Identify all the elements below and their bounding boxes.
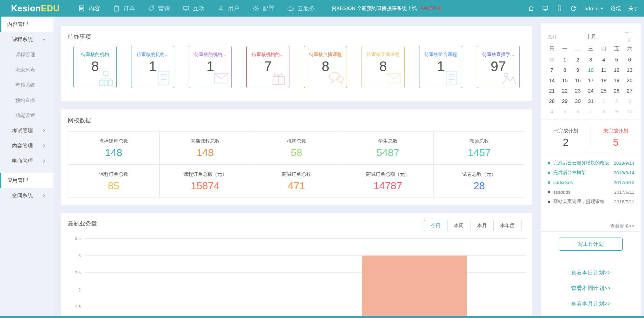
calendar-day[interactable]: 8 [558, 65, 572, 75]
calendar-day[interactable]: 6 [623, 54, 636, 65]
calendar-day[interactable]: 7 [584, 106, 597, 116]
sidebar-item-class-list[interactable]: 班级列表 [0, 62, 53, 77]
calendar-day[interactable]: 3 [623, 96, 636, 106]
stat-label: 学生总数 [342, 138, 433, 144]
calendar-day[interactable]: 30 [571, 96, 584, 106]
task-item[interactable]: sssddds 2017/6/11 [541, 187, 641, 197]
sidebar-group-space-system[interactable]: 空间系统 [0, 188, 53, 203]
todo-card-1[interactable]: 待审核的机构... 1 [131, 46, 174, 88]
todo-card-4[interactable]: 待审核点播课程 8 [304, 46, 347, 88]
calendar-day[interactable]: 28 [545, 96, 558, 106]
phone-icon[interactable] [556, 5, 563, 12]
calendar-day[interactable]: 30 [545, 54, 558, 65]
task-item[interactable]: 完成后台主框架 2018/9/14 [541, 168, 641, 177]
nav-users[interactable]: 用户 [217, 4, 239, 12]
todo-card-2[interactable]: 待审核的机构... 1 [189, 46, 232, 88]
sidebar-group-ecommerce-mgmt[interactable]: 电商管理 [0, 153, 53, 168]
view-today-plan-link[interactable]: 查看本日计划>> [541, 269, 641, 278]
divider [0, 168, 53, 173]
calendar-day[interactable]: 7 [545, 65, 558, 75]
calendar-day[interactable]: 25 [597, 85, 610, 96]
calendar-day[interactable]: 22 [558, 85, 572, 96]
calendar-day-today[interactable]: 10 [584, 65, 597, 75]
range-tab-3[interactable]: 本年度 [493, 220, 522, 231]
chart-bar[interactable] [362, 256, 467, 316]
calendar-day[interactable]: 2 [571, 54, 584, 65]
sidebar-group-course-system[interactable]: 课程系统 [0, 32, 53, 47]
task-item[interactable]: 网站首页管理，提现审核 2016/7/11 [541, 197, 641, 206]
app-logo[interactable]: KesionEDU [11, 3, 75, 13]
calendar-day[interactable]: 10 [623, 106, 636, 116]
calendar-day[interactable]: 2 [610, 96, 623, 106]
nav-marketing-label: 营销 [158, 4, 170, 12]
nav-interaction[interactable]: 互动 [182, 4, 205, 12]
calendar-day[interactable]: 31 [584, 96, 597, 106]
calendar-day[interactable]: 21 [545, 85, 558, 96]
calendar-next-month[interactable]: 十一月 [624, 30, 634, 43]
todo-card-7[interactable]: 待审核直播学... 97 [477, 46, 520, 88]
todo-card-5[interactable]: 待审核直播课程 8 [361, 46, 405, 88]
todo-card-6[interactable]: 待审核组合课程 1 [419, 46, 462, 88]
calendar-day[interactable]: 26 [610, 85, 623, 96]
forum-link[interactable]: 论坛 [611, 5, 621, 12]
sidebar-section-app-mgmt[interactable]: 应用管理 [0, 173, 53, 188]
calendar-day[interactable]: 8 [597, 106, 610, 116]
calendar-day[interactable]: 6 [571, 106, 584, 116]
view-week-plan-link[interactable]: 查看本周计划>> [541, 285, 641, 293]
nav-users-label: 用户 [228, 4, 239, 12]
sidebar-group-content-mgmt[interactable]: 内容管理 [0, 138, 53, 153]
sidebar-section-content-mgmt[interactable]: 内容管理 [0, 17, 53, 32]
calendar-day[interactable]: 5 [558, 106, 572, 116]
sidebar-group-exam-mgmt[interactable]: 考试管理 [0, 123, 53, 138]
calendar-day[interactable]: 1 [597, 96, 610, 106]
calendar-day[interactable]: 14 [545, 75, 558, 85]
calendar-day[interactable]: 12 [610, 65, 623, 75]
calendar-day[interactable]: 23 [571, 85, 584, 96]
range-tab-1[interactable]: 本周 [447, 220, 470, 231]
calendar-day[interactable]: 19 [610, 75, 623, 85]
nav-content[interactable]: 内容 [78, 4, 100, 12]
monitor-icon[interactable] [542, 5, 549, 12]
refresh-icon[interactable] [570, 5, 577, 12]
calendar-day[interactable]: 4 [545, 106, 558, 116]
calendar-day[interactable]: 3 [584, 54, 597, 65]
sidebar-item-assessment[interactable]: 考核系统 [0, 77, 53, 93]
nav-marketing[interactable]: 营销 [148, 4, 170, 12]
calendar-day[interactable]: 9 [610, 106, 623, 116]
calendar-day[interactable]: 4 [597, 54, 610, 65]
view-more-link[interactable]: 查看更多>> [610, 223, 634, 229]
todo-card-3[interactable]: 待审核机构的... 7 [246, 46, 289, 88]
calendar-day[interactable]: 15 [558, 75, 572, 85]
about-link[interactable]: 关于 [628, 5, 638, 12]
calendar-day[interactable]: 16 [571, 75, 584, 85]
stat-label: 点播课程总数 [68, 138, 159, 144]
calendar-day[interactable]: 24 [584, 85, 597, 96]
todo-card-0[interactable]: 待审核的机构 8 [73, 46, 117, 88]
calendar-day[interactable]: 29 [558, 96, 572, 106]
announcement-text: 贺KESION 全新预约直播授课系统上线 [331, 6, 417, 11]
range-tab-2[interactable]: 本月 [470, 220, 494, 231]
write-plan-button[interactable]: 写工作计划 [559, 238, 623, 251]
task-item[interactable]: 完成后台云服务模块的改版 2018/9/14 [541, 158, 641, 168]
home-icon[interactable] [528, 5, 535, 12]
sidebar-item-function-settings[interactable]: 功能设置 [0, 108, 53, 123]
calendar-day[interactable]: 9 [571, 65, 584, 75]
calendar-day[interactable]: 5 [610, 54, 623, 65]
range-tab-0[interactable]: 今日 [424, 220, 447, 231]
calendar-day[interactable]: 1 [558, 54, 572, 65]
task-item[interactable]: sddsdsds 2017/6/13 [541, 177, 641, 187]
view-month-plan-link[interactable]: 查看本月计划>> [541, 300, 641, 309]
nav-cloud[interactable]: 云服务 [287, 4, 315, 12]
sidebar-item-course-mgmt[interactable]: 课程管理 [0, 47, 53, 62]
calendar-day[interactable]: 17 [584, 75, 597, 85]
calendar-day[interactable]: 18 [597, 75, 610, 85]
nav-settings[interactable]: 配置 [252, 4, 274, 12]
sidebar-item-live-booking[interactable]: 预约直播 [0, 93, 53, 108]
calendar-day[interactable]: 20 [623, 75, 636, 85]
calendar-day[interactable]: 11 [597, 65, 610, 75]
nav-orders[interactable]: 订单 [113, 4, 135, 12]
calendar-prev-month[interactable]: 九月 [548, 34, 557, 40]
calendar-day[interactable]: 27 [623, 85, 636, 96]
calendar-day[interactable]: 13 [623, 65, 636, 75]
admin-menu[interactable]: admin [584, 6, 603, 11]
